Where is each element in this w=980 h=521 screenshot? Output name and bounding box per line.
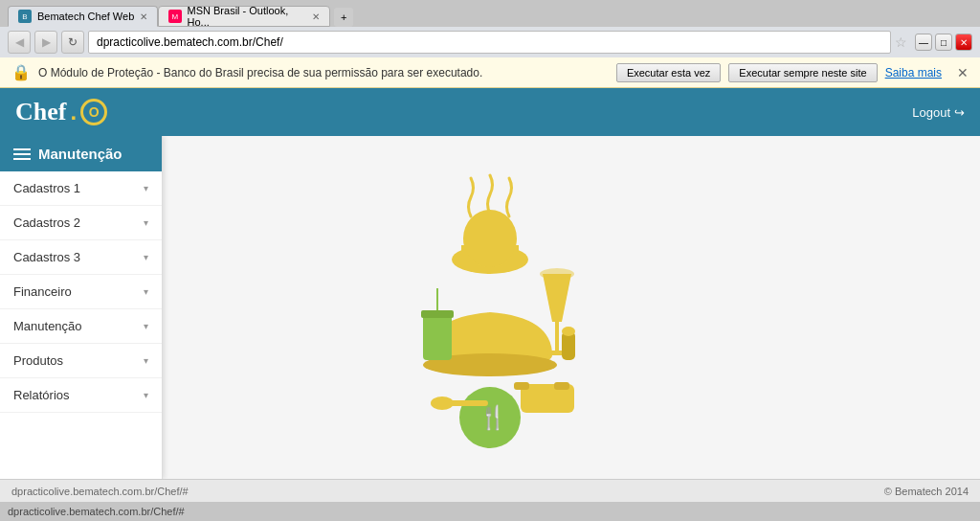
svg-rect-9 xyxy=(421,310,454,318)
ham-line-1 xyxy=(13,148,31,150)
address-bar[interactable]: dpracticolive.bematech.com.br/Chef/ xyxy=(88,31,891,54)
chevron-icon-cadastros2: ▾ xyxy=(144,217,148,228)
app-container: Chef . O Logout ↪ xyxy=(0,88,980,502)
back-button[interactable]: ◀ xyxy=(8,31,31,54)
bookmark-star[interactable]: ☆ xyxy=(895,34,907,50)
svg-rect-20 xyxy=(450,400,488,406)
sidebar-item-relatorios[interactable]: Relatórios ▾ xyxy=(0,378,162,413)
logo-circle: O xyxy=(80,99,107,125)
tab-label-chef: Bematech Chef Web xyxy=(37,11,134,22)
sidebar-label-cadastros3: Cadastros 3 xyxy=(13,250,80,264)
execute-once-button[interactable]: Executar esta vez xyxy=(616,63,721,82)
chevron-icon-financeiro: ▾ xyxy=(144,286,148,297)
forward-button[interactable]: ▶ xyxy=(34,31,57,54)
minimize-button[interactable]: — xyxy=(915,34,932,51)
maximize-button[interactable]: □ xyxy=(935,34,952,51)
svg-point-7 xyxy=(540,268,574,280)
logo-chef-text: Chef xyxy=(15,98,66,126)
notification-icon: 🔒 xyxy=(11,63,31,81)
hamburger-icon[interactable] xyxy=(13,148,31,160)
sidebar-label-cadastros2: Cadastros 2 xyxy=(13,215,80,230)
favicon-msn: M xyxy=(168,10,181,23)
tab-chef[interactable]: B Bematech Chef Web ✕ xyxy=(8,6,158,27)
sidebar-item-financeiro[interactable]: Financeiro ▾ xyxy=(0,275,162,309)
logout-label: Logout xyxy=(912,105,950,120)
svg-rect-14 xyxy=(554,382,569,390)
tab-close-chef[interactable]: ✕ xyxy=(140,11,147,22)
tab-bar: B Bematech Chef Web ✕ M MSN Brasil - Out… xyxy=(0,0,980,27)
sidebar-label-produtos: Produtos xyxy=(13,353,63,368)
sidebar-label-manutencao: Manutenção xyxy=(13,319,82,333)
sidebar-header-label: Manutenção xyxy=(38,146,122,162)
sidebar-item-cadastros3[interactable]: Cadastros 3 ▾ xyxy=(0,240,162,275)
notification-bar: 🔒 O Módulo de Proteção - Banco do Brasil… xyxy=(0,57,980,88)
status-url: dpracticolive.bematech.com.br/Chef/# xyxy=(8,506,185,517)
logo-o: O xyxy=(89,104,100,120)
tab-label-msn: MSN Brasil - Outlook, Ho... xyxy=(188,5,307,28)
chevron-icon-manutencao: ▾ xyxy=(144,321,148,331)
sidebar-label-relatorios: Relatórios xyxy=(13,388,70,402)
logo-dot: . xyxy=(70,99,77,125)
notification-close[interactable]: ✕ xyxy=(957,65,969,80)
address-text: dpracticolive.bematech.com.br/Chef/ xyxy=(97,35,283,49)
svg-rect-8 xyxy=(423,312,452,360)
sidebar-label-cadastros1: Cadastros 1 xyxy=(13,181,80,195)
chevron-icon-cadastros1: ▾ xyxy=(144,183,148,193)
status-bar: dpracticolive.bematech.com.br/Chef/# xyxy=(0,502,980,521)
svg-point-2 xyxy=(463,210,517,267)
ham-line-2 xyxy=(13,153,31,155)
svg-rect-5 xyxy=(555,322,559,351)
logout-icon: ↪ xyxy=(954,105,965,120)
footer-copyright: © Bematech 2014 xyxy=(884,486,969,497)
app-logo: Chef . O xyxy=(15,98,107,126)
chevron-icon-produtos: ▾ xyxy=(144,355,148,366)
ham-line-3 xyxy=(13,158,31,160)
tab-close-msn[interactable]: ✕ xyxy=(312,11,320,22)
sidebar: Manutenção Cadastros 1 ▾ Cadastros 2 ▾ C… xyxy=(0,136,163,479)
execute-always-button[interactable]: Executar sempre neste site xyxy=(728,63,877,82)
close-button[interactable]: ✕ xyxy=(955,34,972,51)
new-tab-button[interactable]: + xyxy=(334,8,353,27)
sidebar-item-cadastros1[interactable]: Cadastros 1 ▾ xyxy=(0,171,162,206)
app-header: Chef . O Logout ↪ xyxy=(0,88,980,136)
sidebar-item-cadastros2[interactable]: Cadastros 2 ▾ xyxy=(0,206,162,240)
chevron-icon-relatorios: ▾ xyxy=(144,390,148,400)
tab-msn[interactable]: M MSN Brasil - Outlook, Ho... ✕ xyxy=(158,6,330,27)
sidebar-label-financeiro: Financeiro xyxy=(13,284,72,299)
logout-button[interactable]: Logout ↪ xyxy=(912,105,965,120)
food-illustration: 🍴 xyxy=(346,164,634,451)
svg-rect-13 xyxy=(514,382,529,390)
footer-url: dpracticolive.bematech.com.br/Chef/# xyxy=(11,486,189,497)
chevron-icon-cadastros3: ▾ xyxy=(144,252,148,262)
svg-text:🍴: 🍴 xyxy=(479,403,507,431)
refresh-button[interactable]: ↻ xyxy=(61,31,84,54)
sidebar-item-manutencao[interactable]: Manutenção ▾ xyxy=(0,309,162,344)
app-footer: dpracticolive.bematech.com.br/Chef/# © B… xyxy=(0,479,980,502)
learn-more-link[interactable]: Saiba mais xyxy=(885,66,942,79)
app-body: Manutenção Cadastros 1 ▾ Cadastros 2 ▾ C… xyxy=(0,136,980,479)
notification-text: O Módulo de Proteção - Banco do Brasil p… xyxy=(38,66,609,79)
svg-point-18 xyxy=(562,327,575,336)
sidebar-item-produtos[interactable]: Produtos ▾ xyxy=(0,344,162,378)
browser-frame: B Bematech Chef Web ✕ M MSN Brasil - Out… xyxy=(0,0,980,521)
favicon-chef: B xyxy=(18,10,32,23)
address-bar-row: ◀ ▶ ↻ dpracticolive.bematech.com.br/Chef… xyxy=(0,27,980,57)
sidebar-header: Manutenção xyxy=(0,136,162,171)
